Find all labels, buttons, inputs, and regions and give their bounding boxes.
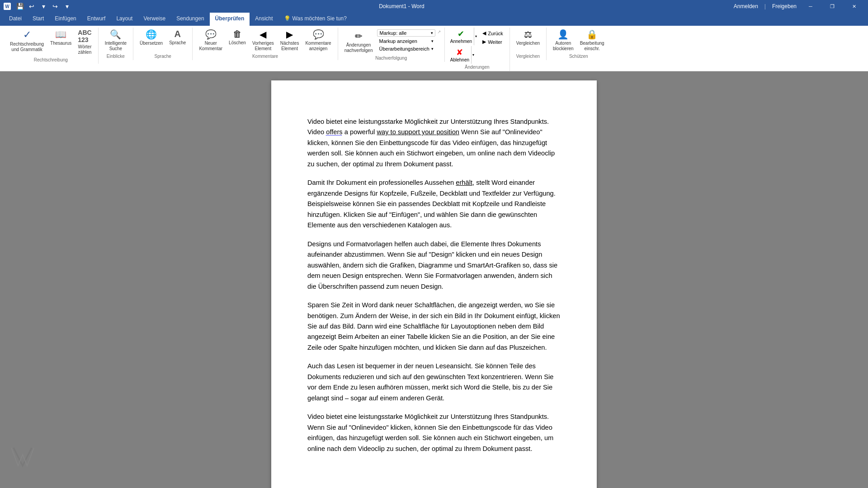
tab-datei[interactable]: Datei xyxy=(4,13,27,26)
group-aenderungen: ✔ Annehmen ▾ ✘ Ablehnen ▾ xyxy=(445,28,510,71)
intelligente-suche-button[interactable]: 🔍 IntelligenteSuche xyxy=(102,28,129,53)
kommentare-anzeigen-button[interactable]: 💬 Kommentareanzeigen xyxy=(302,28,334,53)
vergleichen-button[interactable]: ⚖ Vergleichen xyxy=(514,28,542,47)
show-comments-icon: 💬 xyxy=(313,29,324,40)
rechtschreibung-label: Rechtschreibungund Grammatik xyxy=(10,42,44,52)
login-button[interactable]: Anmelden xyxy=(731,2,761,10)
way-underline: way to support your position xyxy=(377,128,459,136)
tab-layout[interactable]: Layout xyxy=(111,13,138,26)
vergleichen-group-label: Vergleichen xyxy=(516,53,540,60)
tab-einfuegen[interactable]: Einfügen xyxy=(49,13,81,26)
tab-ueberpruefen[interactable]: Überprüfen xyxy=(210,13,250,26)
delete-icon: 🗑 xyxy=(233,29,242,39)
einblicke-items: 🔍 IntelligenteSuche xyxy=(102,28,129,53)
neuer-kommentar-label: NeuerKommentar xyxy=(199,41,222,52)
paragraph-5: Auch das Lesen ist bequemer in der neuen… xyxy=(307,361,561,404)
ablehnen-arrow[interactable]: ▾ xyxy=(471,46,475,64)
thesaurus-button[interactable]: 📖 Thesaurus xyxy=(47,28,74,47)
autoren-blockieren-button[interactable]: 👤 Autorenblockieren xyxy=(550,28,576,53)
ueberarbeitungsbereich-arrow: ▾ xyxy=(431,47,434,51)
rechtschreibung-button[interactable]: ✓ Rechtschreibungund Grammatik xyxy=(7,28,47,54)
naechstes-element-button[interactable]: ▶ NächstesElement xyxy=(278,28,302,53)
annehmen-button[interactable]: ✔ Annehmen xyxy=(448,28,474,45)
ablehnen-split-button[interactable]: ✘ Ablehnen ▾ xyxy=(448,46,478,64)
minimize-button[interactable]: ─ xyxy=(800,0,821,13)
prev-icon: ◀ xyxy=(259,29,266,40)
rechtschreibung-group-label: Rechtschreibung xyxy=(34,56,68,64)
translate-icon: 🌐 xyxy=(146,29,157,40)
vorheriges-label: VorherigesElement xyxy=(252,41,274,52)
nachverfolgung-items: ✏ Änderungennachverfolgen Markup: alle ▾… xyxy=(342,28,441,55)
undo-button[interactable]: ↩ xyxy=(26,1,37,12)
tab-verweise[interactable]: Verweise xyxy=(138,13,171,26)
redo-button[interactable]: ↪ xyxy=(50,1,61,12)
markup-anzeigen-button[interactable]: Markup anzeigen ▾ xyxy=(377,38,435,44)
title-bar-left: W 💾 ↩ ▾ ↪ ▾ xyxy=(4,1,72,12)
woerter-zaehlen-button[interactable]: ABC123 Wörterzählen xyxy=(75,28,94,56)
paragraph-3: Designs und Formatvorlagen helfen auch d… xyxy=(307,239,561,292)
ablehnen-label: Ablehnen xyxy=(450,57,469,62)
ribbon: Datei Start Einfügen Entwurf Layout Verw… xyxy=(0,13,868,71)
tab-start[interactable]: Start xyxy=(27,13,49,26)
save-button[interactable]: 💾 xyxy=(14,1,25,12)
share-button[interactable]: Freigeben xyxy=(769,2,799,10)
restrict-editing-icon: 🔒 xyxy=(586,29,598,40)
sprache-label: Sprache xyxy=(169,40,186,46)
vergleichen-label: Vergleichen xyxy=(516,41,540,46)
loeschen-button[interactable]: 🗑 Löschen xyxy=(226,28,249,47)
undo-arrow[interactable]: ▾ xyxy=(38,1,49,12)
sprache-button[interactable]: A Sprache xyxy=(166,28,189,47)
zurueck-button[interactable]: ◀ Zurück xyxy=(480,29,506,37)
ribbon-content: ✓ Rechtschreibungund Grammatik 📖 Thesaur… xyxy=(0,26,868,71)
checkmark-icon: ✓ xyxy=(23,29,31,41)
tab-sendungen[interactable]: Sendungen xyxy=(171,13,209,26)
paragraph-2: Damit Ihr Dokument ein professionelles A… xyxy=(307,178,561,230)
help-icon: 💡 xyxy=(284,15,291,22)
group-kommentare: 💬 NeuerKommentar 🗑 Löschen ◀ VorherigesE… xyxy=(193,28,338,60)
markup-dropdown[interactable]: Markup: alle ▾ xyxy=(377,29,435,37)
markup-controls: Markup: alle ▾ Markup anzeigen ▾ Überarb… xyxy=(377,28,435,52)
offers-underline: offers xyxy=(326,128,342,136)
close-button[interactable]: ✕ xyxy=(844,0,864,13)
markup-anzeigen-label: Markup anzeigen xyxy=(379,38,417,44)
aenderungen-nachverfolgen-button[interactable]: ✏ Änderungennachverfolgen xyxy=(342,29,376,55)
annehmen-split-button[interactable]: ✔ Annehmen ▾ xyxy=(448,28,478,45)
weiter-button[interactable]: ▶ Weiter xyxy=(480,38,506,46)
bearbeitung-einschr-button[interactable]: 🔒 Bearbeitungeinschr. xyxy=(577,28,607,53)
uebersetzen-label: Übersetzen xyxy=(140,41,163,46)
thesaurus-label: Thesaurus xyxy=(50,41,71,46)
ueberarbeitungsbereich-button[interactable]: Überarbeitungsbereich ▾ xyxy=(377,46,435,52)
nachverfolgung-expand[interactable]: ↗ xyxy=(437,28,441,34)
annehmen-label: Annehmen xyxy=(450,39,472,44)
next-icon: ▶ xyxy=(286,29,293,40)
word-logo: W xyxy=(4,3,13,10)
rechtschreibung-items: ✓ Rechtschreibungund Grammatik 📖 Thesaur… xyxy=(7,28,94,56)
forward-icon: ▶ xyxy=(482,39,486,45)
block-authors-icon: 👤 xyxy=(557,29,569,40)
title-bar-right: Anmelden | Freigeben ─ ❐ ✕ xyxy=(731,0,864,13)
language-icon: A xyxy=(175,29,181,39)
dropdown-arrow-icon: ▾ xyxy=(431,31,433,35)
document-area: Video bietet eine leistungsstarke Möglic… xyxy=(0,71,868,488)
naechstes-label: NächstesElement xyxy=(280,41,299,52)
customize-button[interactable]: ▾ xyxy=(61,1,72,12)
kommentare-group-label: Kommentare xyxy=(252,53,278,60)
tab-ansicht[interactable]: Ansicht xyxy=(250,13,278,26)
zurueck-label: Zurück xyxy=(488,31,503,36)
neuer-kommentar-button[interactable]: 💬 NeuerKommentar xyxy=(196,28,225,53)
vergleichen-items: ⚖ Vergleichen xyxy=(514,28,542,53)
aenderungen-items: ✔ Annehmen ▾ ✘ Ablehnen ▾ xyxy=(448,28,506,64)
kommentare-items: 💬 NeuerKommentar 🗑 Löschen ◀ VorherigesE… xyxy=(196,28,334,53)
annehmen-arrow[interactable]: ▾ xyxy=(474,28,478,45)
tab-help[interactable]: 💡 Was möchten Sie tun? xyxy=(278,13,352,26)
document-page[interactable]: Video bietet eine leistungsstarke Möglic… xyxy=(271,80,597,488)
tab-entwurf[interactable]: Entwurf xyxy=(82,13,111,26)
vorheriges-element-button[interactable]: ◀ VorherigesElement xyxy=(250,28,277,53)
group-nachverfolgung: ✏ Änderungennachverfolgen Markup: alle ▾… xyxy=(338,28,445,62)
track-changes-icon: ✏ xyxy=(355,31,363,42)
restore-button[interactable]: ❐ xyxy=(822,0,843,13)
schuetzen-items: 👤 Autorenblockieren 🔒 Bearbeitungeinschr… xyxy=(550,28,607,53)
nav-items: ◀ Zurück ▶ Weiter xyxy=(480,28,506,46)
uebersetzen-button[interactable]: 🌐 Übersetzen xyxy=(137,28,165,47)
ablehnen-button[interactable]: ✘ Ablehnen xyxy=(448,46,471,64)
